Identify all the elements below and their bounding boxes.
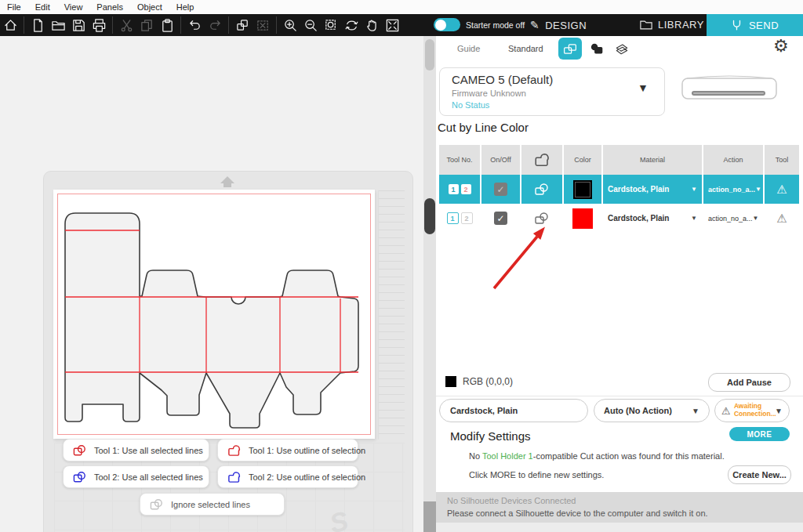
deselect-button[interactable] (253, 15, 273, 35)
tab-design[interactable]: ✎ DESIGN (530, 19, 587, 31)
row2-action-dropdown-icon[interactable]: ▼ (753, 215, 759, 222)
menu-help[interactable]: Help (169, 0, 202, 14)
starter-mode-label: Starter mode off (466, 20, 525, 30)
menu-edit[interactable]: Edit (28, 0, 57, 14)
cut-row-black[interactable]: 1 2 ✓ Cardstock, Plain ▼ action_no_a... … (439, 175, 790, 204)
zoom-in-button[interactable] (280, 15, 300, 35)
copy-icon (140, 18, 154, 33)
machine-status: No Status (452, 100, 489, 110)
tool2-all-lines-label: Tool 2: Use all selected lines (94, 472, 203, 482)
device-status-bar: No Silhouette Devices Connected Please c… (436, 492, 803, 523)
compat-note-post: -compatible Cut action was found for thi… (533, 451, 725, 461)
machine-illustration (679, 72, 781, 108)
tool1-all-lines-label: Tool 1: Use all selected lines (94, 446, 203, 455)
copy-button[interactable] (136, 15, 157, 35)
new-document-button[interactable] (27, 15, 48, 35)
row1-tool1-chip[interactable]: 1 (449, 184, 459, 194)
compat-note-pre: No (469, 451, 482, 461)
divider-scroll-thumb[interactable] (425, 39, 434, 71)
material-field-value: Cardstock, Plain (440, 406, 518, 415)
create-new-button[interactable]: Create New... (728, 465, 791, 484)
cut-by-fill-color-mode-button[interactable] (585, 38, 609, 60)
row2-tool2-chip[interactable]: 2 (461, 212, 473, 224)
undo-button[interactable] (184, 15, 205, 35)
save-button[interactable] (68, 15, 89, 35)
row1-shape-cell (521, 175, 562, 204)
machine-firmware: Firmware Unknown (452, 89, 526, 98)
zoom-selection-button[interactable] (321, 15, 341, 35)
tab-library[interactable]: LIBRARY (640, 19, 704, 31)
row1-action-cell[interactable]: action_no_a... ▼ (703, 175, 763, 204)
tab-standard[interactable]: Standard (508, 44, 543, 53)
design-page[interactable] (53, 190, 375, 439)
connection-dropdown-arrow-icon: ▼ (775, 407, 783, 415)
divider-line (436, 396, 803, 396)
row1-onoff-checkbox[interactable]: ✓ (494, 183, 507, 196)
menu-file[interactable]: File (0, 0, 28, 14)
tool1-outline-button[interactable]: Tool 1: Use outline of selection (217, 439, 358, 461)
material-field[interactable]: Cardstock, Plain (439, 399, 588, 422)
action-dropdown[interactable]: Auto (No Action) ▼ (594, 399, 710, 422)
tool2-outline-label: Tool 2: Use outline of selection (249, 472, 365, 482)
row1-material-value: Cardstock, Plain (608, 185, 669, 194)
row2-material-cell[interactable]: Cardstock, Plain ▼ (603, 206, 702, 230)
fit-to-page-button[interactable] (382, 15, 402, 35)
box-dieline-drawing[interactable] (53, 190, 375, 439)
scissors-icon (119, 18, 134, 33)
section-title: Cut by Line Color (438, 121, 529, 134)
row1-onoff-cell: ✓ (481, 175, 520, 204)
cut-by-layer-mode-button[interactable] (610, 38, 634, 60)
row1-tool2-chip[interactable]: 2 (461, 184, 471, 194)
machine-selector[interactable]: CAMEO 5 (Default) Firmware Unknown No St… (439, 67, 665, 116)
row2-action-cell[interactable]: action_no_a... ▼ (703, 206, 763, 230)
menu-view[interactable]: View (57, 0, 90, 14)
open-button[interactable] (48, 15, 68, 35)
toolbar-divider (180, 16, 181, 34)
row2-tool1-chip[interactable]: 1 (447, 212, 459, 224)
redo-button[interactable] (205, 15, 225, 35)
zoom-out-button[interactable] (300, 15, 321, 35)
mat-orientation-arrow-stem (223, 183, 231, 187)
paste-button[interactable] (157, 15, 177, 35)
divider-bottom-segment (423, 501, 436, 532)
row1-action-dropdown-icon[interactable]: ▼ (755, 186, 761, 193)
ignore-lines-label: Ignore selected lines (171, 500, 250, 509)
machine-dropdown-arrow-icon[interactable]: ▼ (638, 81, 649, 94)
toolbar-divider (228, 16, 229, 34)
row1-tool-warning-icon[interactable]: ⚠ (765, 175, 799, 204)
row1-material-cell[interactable]: Cardstock, Plain ▼ (603, 175, 702, 204)
tab-send[interactable]: SEND (707, 14, 803, 36)
row2-tool-warning-icon[interactable]: ⚠ (765, 206, 799, 230)
add-pause-button[interactable]: Add Pause (708, 373, 790, 392)
duplicate-button[interactable] (232, 15, 253, 35)
tool1-all-lines-button[interactable]: Tool 1: Use all selected lines (63, 439, 209, 461)
col-material: Material (603, 145, 702, 175)
tool-holder-link[interactable]: Tool Holder 1 (482, 451, 533, 461)
col-shape-icon (521, 145, 562, 175)
row2-material-value: Cardstock, Plain (608, 214, 669, 223)
menu-object[interactable]: Object (130, 0, 169, 14)
rotate-view-button[interactable] (341, 15, 362, 35)
cut-by-line-color-mode-button[interactable] (558, 38, 582, 60)
row1-material-dropdown-icon[interactable]: ▼ (691, 186, 697, 193)
row2-color-swatch-red[interactable] (572, 208, 593, 229)
ignore-lines-button[interactable]: Ignore selected lines (140, 493, 285, 516)
menu-panels[interactable]: Panels (89, 0, 130, 14)
library-folder-icon (640, 20, 652, 30)
tab-design-label: DESIGN (545, 20, 587, 31)
tab-guide[interactable]: Guide (457, 44, 480, 53)
divider-drag-handle[interactable] (424, 198, 435, 234)
print-button[interactable] (89, 15, 109, 35)
row2-material-dropdown-icon[interactable]: ▼ (691, 215, 697, 222)
more-button[interactable]: MORE (729, 427, 790, 441)
pan-hand-icon (365, 18, 380, 33)
tool2-all-lines-button[interactable]: Tool 2: Use all selected lines (63, 465, 209, 488)
tool2-outline-button[interactable]: Tool 2: Use outline of selection (217, 465, 358, 488)
pan-button[interactable] (362, 15, 382, 35)
connection-warning-icon: ⚠ (721, 405, 731, 417)
cut-button[interactable] (116, 15, 136, 35)
settings-gear-icon[interactable]: ⚙ (773, 36, 789, 56)
connection-dropdown[interactable]: ⚠ Awaiting Connection... ▼ (714, 399, 790, 422)
row1-color-swatch-black[interactable] (573, 180, 592, 199)
home-button[interactable] (0, 15, 20, 35)
